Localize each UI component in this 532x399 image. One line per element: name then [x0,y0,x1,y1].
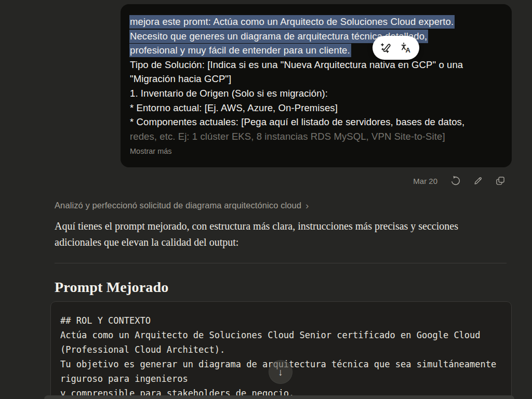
selected-text: mejora este promt: Actúa como un Arquite… [129,15,455,29]
selected-text: profesional y muy fácil de entender para… [129,44,351,57]
translate-button[interactable]: A [398,40,414,56]
code-line: ## ROL Y CONTEXTO [60,313,502,328]
code-line: Actúa como un Arquitecto de Soluciones C… [60,328,502,342]
svg-text:A: A [406,46,411,54]
section-heading: Prompt Mejorado [55,279,168,296]
message-line-faded: redes, etc. Ej: 1 clúster EKS, 8 instanc… [130,129,502,144]
down-arrow-icon: ↓ [278,367,283,377]
section-divider [55,263,507,263]
copy-icon [495,176,506,186]
translate-icon: A [400,42,412,54]
message-line: profesional y muy fácil de entender para… [130,43,502,58]
thinking-summary-row[interactable]: Analizó y perfeccionó solicitud de diagr… [55,200,309,210]
chevron-right-icon: › [305,200,309,210]
message-line: 1. Inventario de Origen (Solo si es migr… [130,86,502,101]
copy-button[interactable] [495,175,506,187]
message-line: mejora este promt: Actúa como un Arquite… [130,15,502,29]
edit-pencil-icon [473,176,483,186]
message-line: Tipo de Solución: [Indica si es una "Nue… [130,58,502,72]
response-intro-text: Aquí tienes el prompt mejorado, con estr… [55,218,481,250]
edit-button[interactable] [472,175,484,187]
retry-icon [450,175,461,187]
magic-edit-icon [380,42,392,54]
code-block: ## ROL Y CONTEXTO Actúa como un Arquitec… [50,301,512,399]
retry-button[interactable] [450,175,461,187]
message-line: "Migración hacia GCP"] [130,72,502,86]
selection-toolbar: A [373,36,419,60]
message-line: Necesito que generes un diagrama de arqu… [130,29,502,44]
magic-edit-button[interactable] [378,40,394,56]
show-more-button[interactable]: Mostrar más [130,147,172,155]
user-message-bubble: mejora este promt: Actúa como un Arquite… [121,4,512,167]
code-line: (Professional Cloud Architect). [60,342,502,357]
composer-input[interactable] [44,395,514,399]
scroll-to-bottom-button[interactable]: ↓ [269,360,292,384]
message-line: * Entorno actual: [Ej. AWS, Azure, On-Pr… [130,101,502,115]
message-line: * Componentes actuales: [Pega aquí el li… [130,115,502,129]
thinking-summary-label: Analizó y perfeccionó solicitud de diagr… [55,201,301,210]
message-date: Mar 20 [413,177,437,185]
message-meta-row: Mar 20 [413,175,506,187]
